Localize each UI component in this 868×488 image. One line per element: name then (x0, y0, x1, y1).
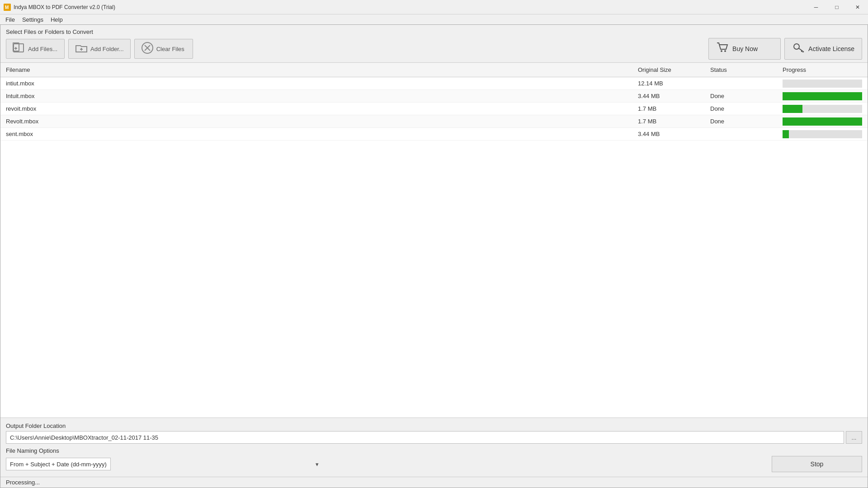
cell-status (705, 132, 777, 136)
col-filename: Filename (0, 65, 632, 75)
progress-bar-inner (783, 117, 862, 126)
table-row: Intuit.mbox3.44 MBDone (0, 90, 868, 103)
svg-text:M: M (5, 5, 9, 10)
file-table-body: intiut.mbox12.14 MBIntuit.mbox3.44 MBDon… (0, 77, 868, 418)
col-status: Status (705, 65, 777, 75)
cell-filename: revoit.mbox (0, 103, 632, 114)
cell-size: 3.44 MB (632, 129, 705, 139)
svg-point-13 (794, 44, 799, 49)
cell-size: 1.7 MB (632, 116, 705, 127)
output-folder-label: Output Folder Location (6, 422, 862, 429)
progress-bar-outer (783, 80, 862, 88)
col-size: Original Size (632, 65, 705, 75)
buy-now-label: Buy Now (732, 45, 758, 52)
title-bar: M Indya MBOX to PDF Converter v2.0 (Tria… (0, 0, 868, 14)
col-progress: Progress (777, 65, 868, 75)
table-row: intiut.mbox12.14 MB (0, 77, 868, 90)
svg-point-12 (724, 50, 726, 52)
output-path-input[interactable] (6, 431, 844, 444)
maximize-button[interactable]: □ (826, 0, 847, 14)
cell-filename: Intuit.mbox (0, 91, 632, 101)
cell-progress (777, 128, 868, 140)
status-bar: Processing... (0, 477, 868, 488)
progress-bar-inner (783, 92, 862, 100)
add-folder-button[interactable]: Add Folder... (68, 39, 131, 59)
window-title: Indya MBOX to PDF Converter v2.0 (Trial) (14, 4, 115, 10)
minimize-button[interactable]: ─ (806, 0, 826, 14)
progress-bar-outer (783, 105, 862, 113)
file-table-container: Filename Original Size Status Progress i… (0, 62, 868, 418)
bottom-area: Output Folder Location ... File Naming O… (0, 418, 868, 477)
table-row: revoit.mbox1.7 MBDone (0, 103, 868, 115)
app-icon: M (4, 4, 11, 11)
toolbar-buttons: Add Files... Add Folder... (6, 38, 862, 60)
cell-size: 1.7 MB (632, 103, 705, 114)
progress-bar-outer (783, 130, 862, 138)
key-icon (792, 41, 805, 57)
menu-bar: File Settings Help (0, 14, 868, 24)
cell-progress (777, 116, 868, 127)
cell-status: Done (705, 91, 777, 101)
progress-bar-outer (783, 117, 862, 126)
close-button[interactable]: ✕ (847, 0, 868, 14)
cell-filename: Revolt.mbox (0, 116, 632, 127)
add-files-button[interactable]: Add Files... (6, 39, 65, 59)
progress-bar-inner (783, 105, 802, 113)
svg-point-11 (721, 50, 722, 52)
naming-label: File Naming Options (6, 447, 862, 454)
cell-filename: intiut.mbox (0, 78, 632, 89)
browse-button[interactable]: ... (846, 431, 862, 444)
add-folder-icon (75, 42, 88, 56)
cell-progress (777, 90, 868, 102)
table-row: sent.mbox3.44 MB (0, 128, 868, 141)
main-window: Select Files or Folders to Convert Add F… (0, 24, 868, 488)
naming-row: From + Subject + Date (dd-mm-yyyy)Subjec… (6, 456, 862, 472)
select-label: Select Files or Folders to Convert (6, 28, 862, 35)
add-folder-label: Add Folder... (90, 46, 124, 52)
activate-license-label: Activate License (808, 45, 854, 52)
clear-files-label: Clear Files (156, 46, 184, 52)
clear-files-icon (141, 42, 154, 56)
table-row: Revolt.mbox1.7 MBDone (0, 115, 868, 128)
cell-status: Done (705, 116, 777, 127)
cell-size: 3.44 MB (632, 91, 705, 101)
table-header: Filename Original Size Status Progress (0, 63, 868, 77)
title-bar-left: M Indya MBOX to PDF Converter v2.0 (Tria… (4, 4, 115, 11)
toolbar-area: Select Files or Folders to Convert Add F… (0, 25, 868, 62)
naming-select[interactable]: From + Subject + Date (dd-mm-yyyy)Subjec… (6, 458, 111, 470)
activate-license-button[interactable]: Activate License (784, 38, 862, 60)
buy-now-button[interactable]: Buy Now (708, 38, 781, 60)
progress-bar-inner (783, 130, 789, 138)
stop-button[interactable]: Stop (772, 456, 862, 472)
menu-help[interactable]: Help (47, 15, 66, 24)
menu-settings[interactable]: Settings (19, 15, 47, 24)
window-controls: ─ □ ✕ (806, 0, 868, 14)
cell-progress (777, 103, 868, 115)
cell-status (705, 82, 777, 85)
add-files-icon (13, 42, 25, 56)
naming-select-wrapper: From + Subject + Date (dd-mm-yyyy)Subjec… (6, 458, 322, 470)
menu-file[interactable]: File (2, 15, 19, 24)
cell-size: 12.14 MB (632, 78, 705, 89)
add-files-label: Add Files... (28, 46, 57, 52)
cell-progress (777, 78, 868, 89)
clear-files-button[interactable]: Clear Files (134, 39, 193, 59)
status-text: Processing... (6, 479, 40, 486)
progress-bar-outer (783, 92, 862, 100)
cell-status: Done (705, 103, 777, 114)
output-path-row: ... (6, 431, 862, 444)
cart-icon (716, 41, 729, 57)
cell-filename: sent.mbox (0, 129, 632, 139)
